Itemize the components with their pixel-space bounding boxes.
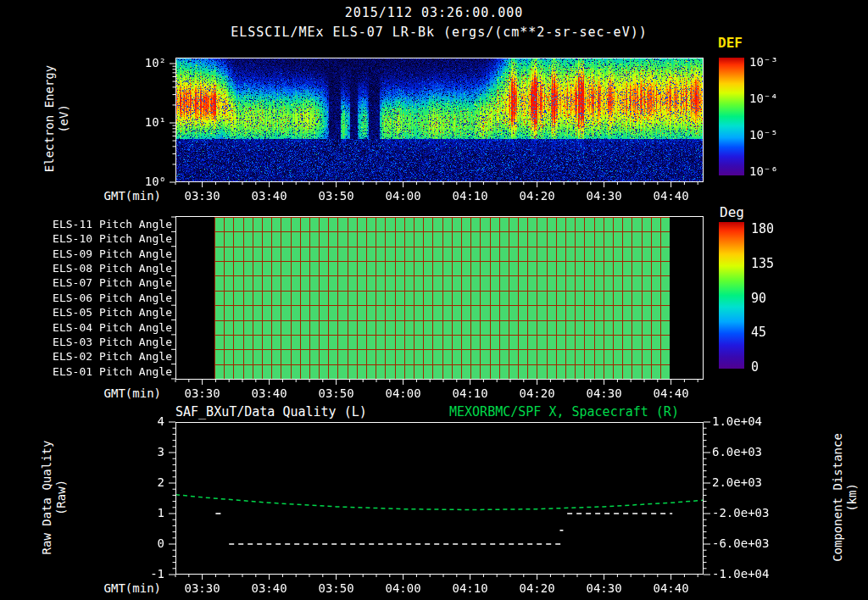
- def-colorbar-tick-label: 10⁻³: [749, 55, 800, 69]
- timeseries-left-axis-label-line2: (Raw): [54, 413, 69, 582]
- pitch-row-label: ELS-05 Pitch Angle: [34, 305, 172, 319]
- timeseries-left-tick-label: 2: [124, 475, 164, 489]
- spectrogram-x-axis-label: GMT(min): [85, 189, 161, 203]
- deg-colorbar-tick-label: 45: [751, 325, 793, 340]
- pitch-row-label: ELS-01 Pitch Angle: [34, 364, 172, 379]
- page-title: 2015/112 03:26:00.000: [0, 5, 868, 20]
- pitch-row-label: ELS-07 Pitch Angle: [34, 275, 172, 290]
- timeseries-right-tick-label: -2.0e+03: [712, 506, 776, 519]
- spectrogram-y-tick-label: 10²: [125, 56, 166, 69]
- timeseries-left-axis-label-line1: Raw Data Quality: [40, 413, 54, 582]
- timeseries-title-right: MEXORBMC/SPF X, Spacecraft (R): [449, 404, 679, 419]
- x-tick-label: 04:10: [447, 189, 494, 203]
- timeseries-right-axis-label-line1: Component Distance: [831, 413, 845, 582]
- timeseries-right-tick-label: -6.0e+03: [712, 536, 776, 550]
- pitch-row-label: ELS-08 Pitch Angle: [34, 261, 172, 275]
- timeseries-left-axis-label: Raw Data Quality (Raw): [40, 413, 69, 582]
- x-tick-label: 03:40: [246, 581, 293, 595]
- deg-colorbar-tick-label: 180: [751, 221, 793, 236]
- def-colorbar-tick-label: 10⁻⁵: [749, 128, 800, 142]
- timeseries-right-axis-label: Component Distance (km): [831, 413, 860, 582]
- timeseries-right-tick-label: 2.0e+03: [712, 475, 776, 489]
- x-tick-label: 03:50: [313, 581, 360, 595]
- science-plot-page: 2015/112 03:26:00.000 ELSSCIL/MEx ELS-07…: [0, 0, 868, 600]
- pitch-row-label: ELS-10 Pitch Angle: [34, 231, 172, 246]
- timeseries-title-left: SAF_BXuT/Data Quality (L): [175, 404, 367, 419]
- timeseries-left-tick-label: 3: [124, 445, 164, 458]
- timeseries-right-tick-label: 1.0e+04: [712, 414, 776, 428]
- x-tick-label: 04:40: [648, 189, 695, 203]
- timeseries-left-tick-label: -1: [124, 567, 164, 581]
- timeseries-right-tick-label: 6.0e+03: [712, 445, 776, 458]
- x-tick-label: 04:00: [380, 189, 427, 203]
- x-tick-label: 03:30: [179, 189, 226, 203]
- x-tick-label: 04:20: [514, 386, 561, 400]
- x-tick-label: 04:40: [648, 386, 695, 400]
- timeseries-left-tick-label: 0: [124, 536, 164, 550]
- x-tick-label: 04:30: [581, 386, 628, 400]
- def-colorbar-tick-label: 10⁻⁴: [749, 92, 800, 105]
- timeseries-canvas: [176, 423, 703, 574]
- spectrogram-y-axis-label: Electron Energy (eV): [42, 34, 71, 203]
- timeseries-x-axis-label: GMT(min): [85, 581, 161, 595]
- deg-colorbar-tick-label: 90: [751, 291, 793, 306]
- x-tick-label: 04:10: [447, 581, 494, 595]
- pitch-row-label: ELS-04 Pitch Angle: [34, 320, 172, 335]
- spectrogram-y-tick-label: 10⁰: [125, 175, 166, 188]
- timeseries-left-tick-label: 1: [124, 506, 164, 519]
- x-tick-label: 04:40: [648, 581, 695, 595]
- spectrogram-y-axis-label-line1: Electron Energy: [42, 34, 57, 203]
- x-tick-label: 04:10: [447, 386, 494, 400]
- spectrogram-y-tick-label: 10¹: [125, 115, 166, 129]
- x-tick-label: 03:40: [246, 386, 293, 400]
- deg-colorbar-tick-label: 0: [751, 359, 793, 375]
- x-tick-label: 04:00: [380, 581, 427, 595]
- spectrogram-plot-area: [175, 58, 704, 182]
- x-tick-label: 04:30: [581, 189, 628, 203]
- pitch-angle-data-block: [214, 217, 670, 379]
- spectrogram-canvas: [176, 58, 703, 181]
- pitch-row-label: ELS-09 Pitch Angle: [34, 247, 172, 261]
- deg-colorbar: [719, 222, 744, 369]
- timeseries-plot-area: [175, 422, 704, 575]
- x-tick-label: 03:40: [246, 189, 293, 203]
- deg-colorbar-title: Deg: [720, 204, 744, 220]
- pitch-row-label: ELS-03 Pitch Angle: [34, 335, 172, 349]
- pitch-angle-plot-area: [175, 216, 704, 380]
- x-tick-label: 04:30: [581, 581, 628, 595]
- def-colorbar-tick-label: 10⁻⁶: [749, 164, 800, 178]
- timeseries-right-axis-label-line2: (km): [845, 413, 860, 582]
- def-colorbar: [719, 58, 744, 175]
- x-tick-label: 03:30: [179, 386, 226, 400]
- x-tick-label: 04:20: [514, 189, 561, 203]
- pitch-row-label: ELS-11 Pitch Angle: [34, 217, 172, 231]
- pitch-row-label: ELS-02 Pitch Angle: [34, 349, 172, 364]
- x-tick-label: 03:30: [179, 581, 226, 595]
- timeseries-right-tick-label: -1.0e+04: [712, 567, 776, 581]
- timeseries-left-tick-label: 4: [124, 414, 164, 428]
- pitch-angle-x-axis-label: GMT(min): [85, 386, 161, 400]
- x-tick-label: 03:50: [313, 189, 360, 203]
- x-tick-label: 03:50: [313, 386, 360, 400]
- deg-colorbar-tick-label: 135: [751, 256, 793, 271]
- spectrogram-y-axis-label-line2: (eV): [57, 34, 71, 203]
- pitch-row-label: ELS-06 Pitch Angle: [34, 291, 172, 305]
- x-tick-label: 04:00: [380, 386, 427, 400]
- def-colorbar-title: DEF: [718, 35, 743, 51]
- x-tick-label: 04:20: [514, 581, 561, 595]
